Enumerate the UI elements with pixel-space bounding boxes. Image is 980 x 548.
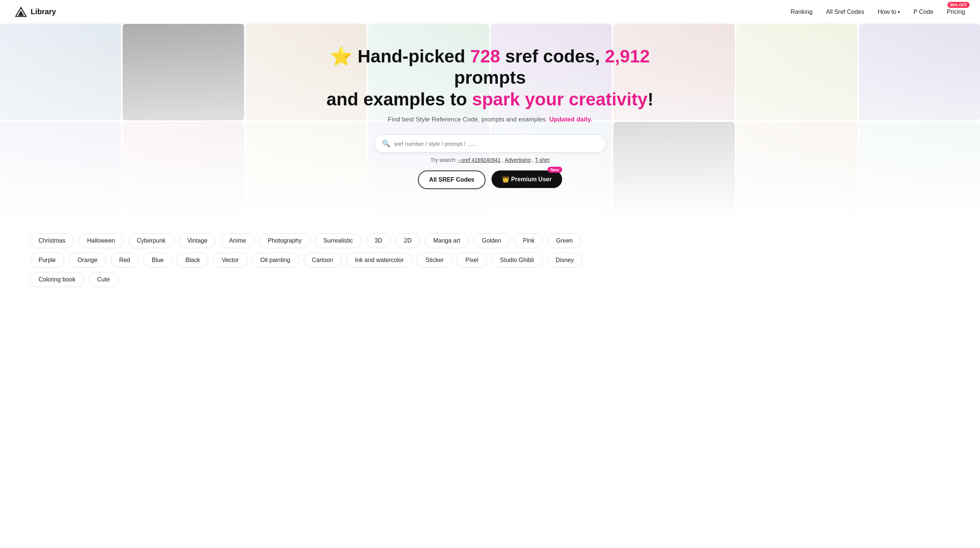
hero-buttons: All SREF Codes New 👑 Premium User (322, 170, 658, 189)
tag-blue[interactable]: Blue (143, 253, 172, 268)
logo-icon (15, 6, 27, 18)
tag-3d[interactable]: 3D (366, 233, 391, 248)
search-suggestions: Try search: --sref 4169240941 , Advertis… (431, 157, 549, 163)
hero-headline: ⭐ Hand-picked 728 sref codes, 2,912 prom… (322, 46, 658, 110)
tag-cyberpunk[interactable]: Cyberpunk (128, 233, 174, 248)
headline-line2-part1: and examples to (326, 89, 472, 109)
premium-button-wrap: New 👑 Premium User (492, 170, 562, 189)
search-suggestion-prefix: Try search: (431, 157, 457, 163)
search-suggestion-sref[interactable]: --sref 4169240941 (458, 157, 501, 163)
new-badge: New (547, 167, 562, 173)
hero-sub: Find best Style Reference Code, prompts … (322, 116, 658, 123)
headline-count1: 728 (470, 46, 500, 66)
tag-pixel[interactable]: Pixel (457, 253, 487, 268)
tag-sticker[interactable]: Sticker (417, 253, 452, 268)
star-emoji: ⭐ (330, 46, 352, 66)
tag-photography[interactable]: Photography (259, 233, 310, 248)
hero-updated: Updated daily. (549, 116, 592, 123)
pricing-badge: 30% OFF (948, 2, 969, 8)
tags-row-3: Coloring bookCute (30, 272, 950, 287)
hero-section: ⭐ Hand-picked 728 sref codes, 2,912 prom… (0, 24, 980, 218)
tag-coloring-book[interactable]: Coloring book (30, 272, 84, 287)
all-sref-button[interactable]: All SREF Codes (418, 170, 485, 189)
tags-row-2: PurpleOrangeRedBlueBlackVectorOil painti… (30, 253, 950, 268)
search-icon: 🔍 (382, 139, 390, 148)
headline-part3: prompts (454, 68, 526, 88)
tag-studio-ghibli[interactable]: Studio Ghibli (492, 253, 543, 268)
tags-row-1: ChristmasHalloweenCyberpunkVintageAnimeP… (30, 233, 950, 248)
search-suggestion-advertising[interactable]: Advertising (505, 157, 531, 163)
tag-manga-art[interactable]: Manga art (425, 233, 469, 248)
tag-red[interactable]: Red (111, 253, 138, 268)
search-suggestion-tshirt[interactable]: T-shirt (535, 157, 549, 163)
tag-ink-and-watercolor[interactable]: Ink and watercolor (346, 253, 412, 268)
nav-pricing-wrap: 30% OFF Pricing (947, 9, 965, 15)
logo[interactable]: Library (15, 6, 56, 18)
headline-highlight: spark your creativity (472, 89, 648, 109)
tag-cartoon[interactable]: Cartoon (304, 253, 342, 268)
headline-part1: Hand-picked (358, 46, 470, 66)
tag-vector[interactable]: Vector (213, 253, 247, 268)
hero-sub-text: Find best Style Reference Code, prompts … (388, 116, 547, 123)
tag-purple[interactable]: Purple (30, 253, 64, 268)
tag-golden[interactable]: Golden (473, 233, 510, 248)
tag-surrealistic[interactable]: Surrealistic (315, 233, 361, 248)
tag-black[interactable]: Black (177, 253, 208, 268)
tag-orange[interactable]: Orange (69, 253, 106, 268)
tag-christmas[interactable]: Christmas (30, 233, 74, 248)
search-input[interactable] (394, 140, 598, 147)
hero-content: ⭐ Hand-picked 728 sref codes, 2,912 prom… (322, 46, 658, 190)
tag-vintage[interactable]: Vintage (179, 233, 216, 248)
premium-button[interactable]: 👑 Premium User (492, 170, 562, 188)
navbar: Library Ranking All Sref Codes How to P … (0, 0, 980, 24)
tag-oil-painting[interactable]: Oil painting (252, 253, 299, 268)
search-box: 🔍 (374, 135, 606, 153)
headline-part2: sref codes, (500, 46, 605, 66)
tag-cute[interactable]: Cute (89, 272, 118, 287)
tag-anime[interactable]: Anime (221, 233, 255, 248)
tags-section: ChristmasHalloweenCyberpunkVintageAnimeP… (0, 218, 980, 299)
nav-how-to[interactable]: How to (878, 9, 900, 15)
tag-green[interactable]: Green (547, 233, 581, 248)
search-wrap: 🔍 Try search: --sref 4169240941 , Advert… (374, 135, 606, 163)
headline-line2-end: ! (648, 89, 654, 109)
tag-2d[interactable]: 2D (395, 233, 420, 248)
headline-count2: 2,912 (605, 46, 650, 66)
nav-pricing[interactable]: Pricing (947, 9, 965, 15)
logo-text: Library (31, 8, 56, 16)
nav-p-code[interactable]: P Code (913, 9, 933, 15)
tag-disney[interactable]: Disney (547, 253, 583, 268)
tag-pink[interactable]: Pink (514, 233, 543, 248)
nav-all-sref-codes[interactable]: All Sref Codes (826, 9, 864, 15)
nav-links: Ranking All Sref Codes How to P Code 30%… (791, 9, 965, 15)
tag-halloween[interactable]: Halloween (78, 233, 124, 248)
nav-ranking[interactable]: Ranking (791, 9, 813, 15)
